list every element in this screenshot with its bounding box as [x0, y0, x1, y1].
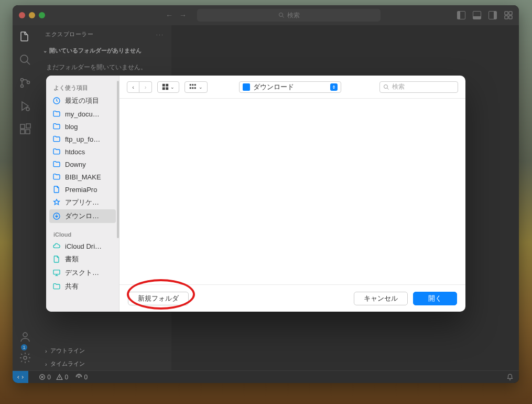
activity-bar: 1: [13, 25, 38, 370]
dialog-sidebar: よく使う項目 最近の項目my_docu…blogftp_up_fo…htdocs…: [46, 76, 120, 312]
command-center-search[interactable]: 検索: [197, 9, 381, 22]
sidebar-item[interactable]: 共有: [46, 280, 119, 293]
folder-icon: [52, 135, 61, 143]
accounts-icon[interactable]: [19, 331, 31, 343]
ports-indicator[interactable]: 0: [75, 374, 88, 381]
minimize-window-button[interactable]: [29, 12, 35, 18]
download-icon: [52, 212, 61, 220]
view-icon-button[interactable]: ⌄: [157, 81, 179, 93]
dialog-footer: 新規フォルダ キャンセル 開く: [120, 284, 465, 312]
search-placeholder: 検索: [287, 11, 300, 20]
timeline-section[interactable]: ›タイムライン: [38, 357, 171, 370]
file-open-dialog: よく使う項目 最近の項目my_docu…blogftp_up_fo…htdocs…: [46, 76, 465, 312]
search-placeholder: 検索: [392, 82, 405, 91]
back-button[interactable]: ‹: [127, 81, 139, 93]
problems-indicator[interactable]: 0 0: [39, 374, 68, 381]
forward-button[interactable]: ›: [139, 81, 152, 93]
favorites-header: よく使う項目: [46, 81, 119, 94]
status-bar: 0 0 0: [13, 370, 519, 383]
new-folder-button[interactable]: 新規フォルダ: [128, 292, 189, 305]
toggle-secondary-sidebar-icon[interactable]: [488, 11, 497, 19]
sidebar-item[interactable]: デスクト…: [46, 266, 119, 280]
clock-icon: [52, 97, 61, 105]
open-folders-section[interactable]: ⌄ 開いているフォルダーがありません: [38, 44, 171, 58]
location-label: ダウンロード: [253, 82, 294, 92]
titlebar: ← → 検索: [13, 5, 519, 25]
location-dropdown[interactable]: ダウンロード: [239, 81, 341, 93]
svg-rect-27: [194, 84, 196, 86]
sidebar-item-label: Downy: [65, 161, 86, 168]
svg-rect-10: [20, 124, 25, 129]
file-listing-area[interactable]: [120, 99, 465, 284]
sidebar-item-label: アプリケ…: [65, 198, 99, 207]
sidebar-item-label: BIBI_MAKE: [65, 173, 101, 181]
open-button[interactable]: 開く: [413, 292, 457, 305]
svg-rect-13: [26, 124, 30, 128]
close-window-button[interactable]: [19, 12, 25, 18]
sidebar-footer: ›アウトライン ›タイムライン: [38, 344, 171, 370]
explorer-header: エクスプローラー ···: [38, 25, 171, 44]
sidebar-item[interactable]: 最近の項目: [46, 94, 119, 108]
sidebar-item[interactable]: BIBI_MAKE: [46, 171, 119, 183]
extensions-icon[interactable]: [19, 123, 31, 135]
chevron-right-icon: ›: [45, 361, 47, 367]
notifications-bell-icon[interactable]: [506, 374, 514, 381]
sidebar-item-label: htdocs: [65, 148, 85, 156]
folder-icon: [243, 83, 250, 91]
svg-point-5: [20, 55, 28, 62]
chevron-down-icon: ⌄: [43, 48, 47, 54]
sidebar-item-label: ftp_up_fo…: [65, 135, 100, 143]
back-button[interactable]: ←: [166, 11, 173, 19]
sidebar-item-label: iCloud Dri…: [65, 242, 102, 250]
sidebar-scrollbar[interactable]: [117, 81, 119, 238]
customize-layout-icon[interactable]: [504, 11, 513, 19]
source-control-icon[interactable]: [19, 77, 31, 89]
traffic-lights: [19, 12, 45, 18]
layout-controls: [457, 11, 513, 19]
svg-point-31: [384, 84, 388, 88]
svg-point-9: [26, 108, 29, 111]
empty-state-text: まだフォルダーを開いていません。: [38, 58, 171, 77]
svg-point-7: [21, 85, 24, 88]
sidebar-item[interactable]: Downy: [46, 158, 119, 171]
settings-gear-icon[interactable]: [19, 352, 31, 364]
svg-point-17: [78, 376, 79, 377]
sidebar-item[interactable]: ftp_up_fo…: [46, 133, 119, 145]
sidebar-item[interactable]: 書類: [46, 252, 119, 266]
svg-rect-12: [26, 130, 30, 134]
explorer-more-icon[interactable]: ···: [156, 31, 164, 38]
forward-button[interactable]: →: [179, 11, 187, 19]
sidebar-item-label: 書類: [65, 254, 79, 264]
dialog-main: ‹ › ⌄ ⌄ ダウンロード 検索 新規フォルダ キャンセル 開く: [120, 76, 465, 312]
svg-rect-26: [192, 84, 193, 86]
sidebar-item[interactable]: htdocs: [46, 145, 119, 158]
svg-rect-23: [162, 87, 165, 90]
dialog-toolbar: ‹ › ⌄ ⌄ ダウンロード 検索: [120, 76, 465, 99]
cancel-button[interactable]: キャンセル: [354, 292, 408, 305]
search-icon: [278, 12, 285, 18]
view-group-button[interactable]: ⌄: [184, 81, 208, 93]
sidebar-item[interactable]: アプリケ…: [46, 196, 119, 209]
explorer-icon[interactable]: [19, 30, 31, 43]
run-debug-icon[interactable]: [19, 100, 31, 112]
svg-rect-20: [53, 270, 60, 274]
sidebar-item[interactable]: blog: [46, 120, 119, 133]
svg-point-6: [21, 79, 24, 81]
dropdown-chevron-icon: [330, 83, 338, 91]
toggle-panel-icon[interactable]: [473, 11, 481, 19]
sidebar-item[interactable]: PremiaPro: [46, 183, 119, 196]
radio-icon: [75, 374, 82, 380]
remote-indicator[interactable]: [13, 371, 28, 384]
sidebar-item[interactable]: my_docu…: [46, 108, 119, 120]
toggle-primary-sidebar-icon[interactable]: [457, 11, 465, 19]
sidebar-item-label: 共有: [65, 282, 79, 291]
search-icon[interactable]: [19, 54, 31, 66]
svg-rect-22: [166, 84, 168, 87]
sidebar-item[interactable]: iCloud Dri…: [46, 240, 119, 252]
search-icon: [383, 84, 389, 90]
outline-section[interactable]: ›アウトライン: [38, 344, 171, 357]
sidebar-item[interactable]: ダウンロ…: [49, 209, 116, 223]
dialog-search-input[interactable]: 検索: [379, 81, 458, 93]
folder-icon: [52, 173, 61, 181]
maximize-window-button[interactable]: [39, 12, 45, 18]
